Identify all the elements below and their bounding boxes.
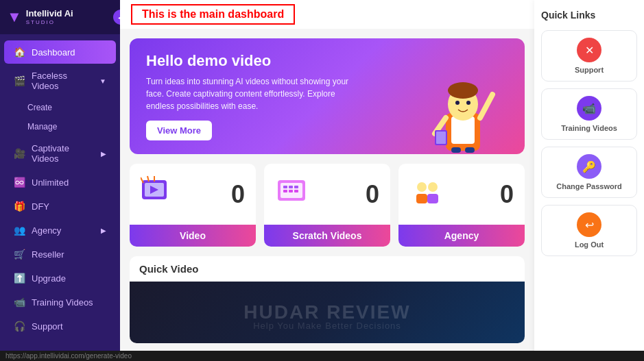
hero-character-illustration bbox=[422, 65, 504, 154]
sidebar-item-captivate-videos[interactable]: 🎥 Captivate Videos ▶ bbox=[4, 137, 116, 170]
quick-link-logout-label: Log Out bbox=[575, 240, 604, 249]
svg-rect-25 bbox=[294, 190, 298, 192]
sidebar-item-dashboard[interactable]: 🏠 Dashboard bbox=[4, 40, 116, 64]
logo-icon: ▼ bbox=[7, 8, 22, 26]
logo-text: Intellivid Ai STUDIO bbox=[26, 9, 73, 25]
stat-label-video: Video bbox=[130, 225, 256, 247]
quick-link-support[interactable]: ✕ Support bbox=[541, 30, 637, 82]
quick-link-logout[interactable]: ↩ Log Out bbox=[541, 205, 637, 256]
sidebar-item-label: Captivate Videos bbox=[32, 143, 95, 164]
sidebar-item-agency[interactable]: 👥 Agency ▶ bbox=[4, 219, 116, 242]
svg-line-6 bbox=[480, 95, 492, 118]
training-quick-icon: 📹 bbox=[577, 96, 601, 121]
svg-rect-24 bbox=[289, 190, 293, 192]
support-icon: 🎧 bbox=[14, 321, 26, 332]
sidebar-item-label: Unlimited bbox=[32, 177, 69, 188]
dashboard-icon: 🏠 bbox=[14, 47, 26, 58]
chevron-down-icon: ▼ bbox=[99, 77, 106, 85]
sub-item-label: Manage bbox=[27, 122, 57, 132]
sidebar-item-label: Dashboard bbox=[32, 47, 75, 58]
watermark-sub: Help You Make Better Decisions bbox=[253, 321, 401, 331]
sidebar-logo: ▼ Intellivid Ai STUDIO ◀ bbox=[0, 0, 120, 34]
sidebar-item-unlimited[interactable]: ♾️ Unlimited bbox=[4, 171, 116, 194]
svg-rect-9 bbox=[465, 147, 475, 153]
svg-rect-8 bbox=[451, 147, 461, 153]
sidebar-item-label: Faceless Videos bbox=[32, 71, 94, 91]
logo-subtitle: STUDIO bbox=[26, 19, 73, 25]
stat-card-agency: 0 Agency bbox=[398, 164, 525, 247]
sidebar-item-label: Agency bbox=[32, 225, 61, 236]
logo-title: Intellivid Ai bbox=[26, 9, 73, 18]
svg-rect-22 bbox=[294, 186, 298, 188]
nav-items: 🏠 Dashboard 🎬 Faceless Videos ▼ Create M… bbox=[0, 34, 120, 361]
quick-links-panel: Quick Links ✕ Support 📹 Training Videos … bbox=[534, 0, 644, 361]
stat-number-video: 0 bbox=[231, 180, 245, 209]
sub-item-label: Create bbox=[27, 103, 52, 112]
sidebar-item-label: Training Videos bbox=[32, 297, 93, 308]
svg-rect-11 bbox=[436, 132, 446, 144]
stat-card-top-agency: 0 bbox=[398, 164, 525, 225]
svg-rect-29 bbox=[427, 194, 438, 203]
chevron-right-icon-2: ▶ bbox=[101, 227, 106, 234]
sidebar-item-faceless-videos[interactable]: 🎬 Faceless Videos ▼ bbox=[4, 64, 116, 97]
sidebar-item-dfy[interactable]: 🎁 DFY bbox=[4, 195, 116, 218]
quick-video-section: Quick Video HUDAR review Help You Make B… bbox=[130, 256, 525, 343]
stat-number-scratch: 0 bbox=[366, 180, 379, 209]
upgrade-icon: ⬆️ bbox=[14, 273, 26, 284]
quick-link-change-password[interactable]: 🔑 Change Password bbox=[541, 147, 637, 198]
main-content: This is the main dashboard Hello demo vi… bbox=[120, 0, 534, 361]
content-area: Hello demo video Turn ideas into stunnin… bbox=[120, 29, 534, 361]
svg-rect-20 bbox=[283, 186, 287, 188]
svg-point-3 bbox=[448, 82, 478, 99]
logout-quick-icon: ↩ bbox=[577, 212, 601, 237]
hero-title: Hello demo video bbox=[146, 52, 365, 70]
svg-rect-21 bbox=[289, 186, 293, 188]
quick-link-password-label: Change Password bbox=[556, 182, 621, 190]
unlimited-icon: ♾️ bbox=[14, 177, 26, 188]
agency-icon: 👥 bbox=[14, 225, 26, 236]
agency-stat-icon bbox=[409, 175, 445, 214]
password-quick-icon: 🔑 bbox=[577, 154, 601, 179]
sidebar-collapse-button[interactable]: ◀ bbox=[113, 10, 120, 25]
quick-link-training[interactable]: 📹 Training Videos bbox=[541, 88, 637, 140]
sidebar-item-reseller[interactable]: 🛒 Reseller bbox=[4, 242, 116, 266]
quick-video-thumbnail[interactable]: HUDAR review Help You Make Better Decisi… bbox=[130, 282, 525, 343]
quick-link-support-label: Support bbox=[575, 66, 604, 74]
sidebar-item-support[interactable]: 🎧 Support bbox=[4, 314, 116, 338]
sidebar-sub-item-manage[interactable]: Manage bbox=[0, 117, 120, 136]
sidebar-item-label: Support bbox=[32, 321, 63, 332]
dfy-icon: 🎁 bbox=[14, 201, 26, 212]
stat-label-agency: Agency bbox=[398, 225, 525, 247]
sidebar: ▼ Intellivid Ai STUDIO ◀ 🏠 Dashboard 🎬 F… bbox=[0, 0, 120, 361]
scratch-stat-icon bbox=[275, 175, 311, 214]
sidebar-sub-item-create[interactable]: Create bbox=[0, 98, 120, 117]
sidebar-item-training-videos[interactable]: 📹 Training Videos bbox=[4, 290, 116, 314]
stat-label-scratch: Scratch Videos bbox=[264, 225, 390, 247]
status-bar: https://app.intellividai.com/generate-vi… bbox=[0, 351, 644, 361]
svg-point-4 bbox=[455, 101, 460, 105]
sidebar-item-upgrade[interactable]: ⬆️ Upgrade bbox=[4, 266, 116, 290]
quick-links-title: Quick Links bbox=[541, 10, 637, 21]
main-dashboard-label: This is the main dashboard bbox=[131, 4, 295, 25]
svg-point-28 bbox=[428, 182, 438, 192]
hero-text: Hello demo video Turn ideas into stunnin… bbox=[146, 52, 365, 140]
character-svg bbox=[425, 69, 501, 154]
chevron-right-icon: ▶ bbox=[101, 150, 106, 158]
video-stat-icon bbox=[141, 175, 176, 214]
status-url: https://app.intellividai.com/generate-vi… bbox=[5, 352, 132, 360]
faceless-videos-icon: 🎬 bbox=[14, 75, 26, 86]
reseller-icon: 🛒 bbox=[14, 249, 26, 260]
sidebar-item-label: DFY bbox=[32, 201, 49, 212]
top-bar: This is the main dashboard bbox=[120, 0, 534, 29]
support-quick-icon: ✕ bbox=[577, 38, 601, 62]
svg-rect-23 bbox=[283, 190, 287, 192]
svg-point-5 bbox=[466, 101, 470, 105]
view-more-button[interactable]: View More bbox=[146, 121, 212, 140]
hero-greeting: Hello bbox=[146, 52, 187, 69]
svg-point-26 bbox=[417, 182, 427, 192]
quick-link-training-label: Training Videos bbox=[561, 124, 617, 132]
stat-card-top-video: 0 bbox=[130, 164, 256, 225]
sidebar-item-label: Upgrade bbox=[32, 273, 66, 284]
captivate-icon: 🎥 bbox=[14, 148, 26, 159]
sidebar-item-label: Reseller bbox=[32, 249, 64, 260]
